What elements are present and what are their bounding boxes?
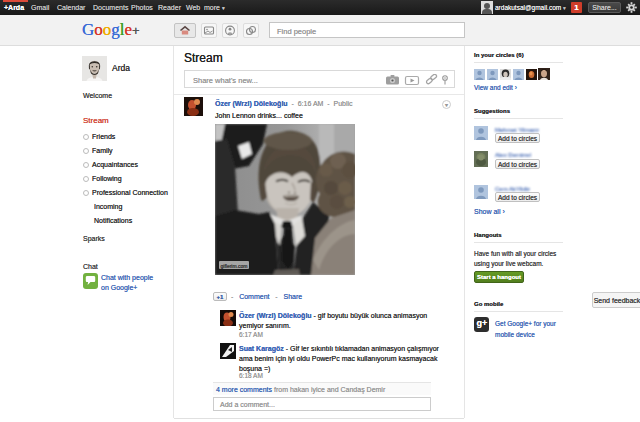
svg-text:giflerim.com: giflerim.com bbox=[221, 263, 248, 269]
